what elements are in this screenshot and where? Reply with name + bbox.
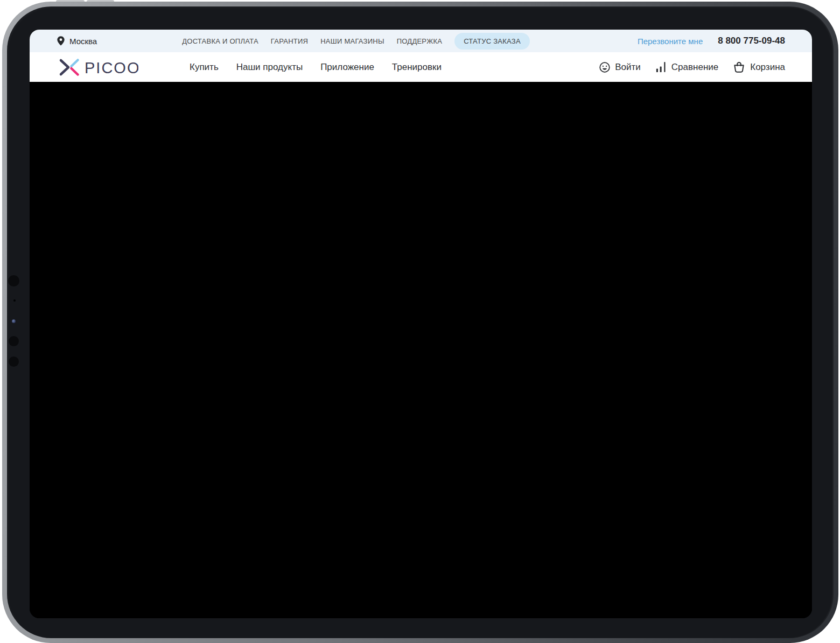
login-button[interactable]: Войти <box>599 61 641 73</box>
basket-icon <box>732 60 746 74</box>
page: Москва ДОСТАВКА И ОПЛАТА ГАРАНТИЯ НАШИ М… <box>0 0 840 643</box>
callback-link[interactable]: Перезвоните мне <box>638 37 703 46</box>
city-selector[interactable]: Москва <box>57 36 97 46</box>
topbar-link-order-status[interactable]: СТАТУС ЗАКАЗА <box>454 33 530 50</box>
utility-topbar: Москва ДОСТАВКА И ОПЛАТА ГАРАНТИЯ НАШИ М… <box>30 30 812 52</box>
main-navbar: PICOOC Купить Наши продукты Приложение Т… <box>30 52 812 82</box>
city-label: Москва <box>69 37 97 46</box>
location-pin-icon <box>57 36 65 46</box>
compare-button[interactable]: Сравнение <box>655 61 718 73</box>
navbar-actions: Войти Сравнение <box>599 60 785 74</box>
nav-item-app[interactable]: Приложение <box>320 62 374 73</box>
cart-label: Корзина <box>750 62 785 73</box>
logo-x-icon <box>61 60 78 74</box>
camera-lens-icon <box>9 336 19 346</box>
camera-glint-icon <box>12 319 16 323</box>
cart-button[interactable]: Корзина <box>732 60 785 74</box>
microphone-dot-icon <box>13 299 16 302</box>
nav-item-buy[interactable]: Купить <box>190 62 219 73</box>
screen: Москва ДОСТАВКА И ОПЛАТА ГАРАНТИЯ НАШИ М… <box>30 30 812 618</box>
topbar-link-warranty[interactable]: ГАРАНТИЯ <box>271 37 308 45</box>
logo-text: PICOOC <box>85 59 138 76</box>
page-content-empty <box>30 82 812 618</box>
camera-lens-icon <box>9 357 19 367</box>
compare-label: Сравнение <box>671 62 718 73</box>
main-nav: Купить Наши продукты Приложение Трениров… <box>190 62 442 73</box>
logo[interactable]: PICOOC <box>57 55 138 79</box>
topbar-link-support[interactable]: ПОДДЕРЖКА <box>397 37 442 45</box>
bar-chart-icon <box>655 61 667 73</box>
phone-number[interactable]: 8 800 775-09-48 <box>718 36 785 46</box>
nav-item-products[interactable]: Наши продукты <box>236 62 303 73</box>
tablet-frame: Москва ДОСТАВКА И ОПЛАТА ГАРАНТИЯ НАШИ М… <box>2 2 838 643</box>
nav-item-workouts[interactable]: Тренировки <box>392 62 442 73</box>
topbar-link-stores[interactable]: НАШИ МАГАЗИНЫ <box>320 37 384 45</box>
topbar-links: ДОСТАВКА И ОПЛАТА ГАРАНТИЯ НАШИ МАГАЗИНЫ… <box>182 33 530 50</box>
login-label: Войти <box>615 62 641 73</box>
topbar-contacts: Перезвоните мне 8 800 775-09-48 <box>638 36 785 46</box>
topbar-link-delivery[interactable]: ДОСТАВКА И ОПЛАТА <box>182 37 258 45</box>
smiley-icon <box>599 61 611 73</box>
camera-lens-icon <box>8 275 19 286</box>
